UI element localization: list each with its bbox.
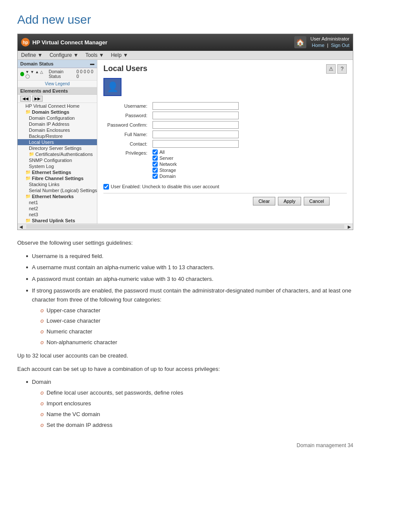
sidebar-title: Domain Status (20, 61, 53, 66)
password-confirm-label: Password Confirm: (103, 120, 151, 130)
username-label: Username: (103, 101, 151, 111)
scroll-right-btn[interactable]: ▶ (346, 224, 353, 229)
sidebar-item-certificates[interactable]: 📁Certificates/Authentications (18, 151, 97, 157)
sidebar-item-backup-restore[interactable]: Backup/Restore (18, 133, 97, 139)
page-title: Add new user (17, 13, 394, 27)
clear-button[interactable]: Clear (253, 197, 275, 205)
domain-sub-1: Define local user accounts, set password… (40, 389, 353, 398)
guideline-3: A password must contain an alpha-numeric… (26, 275, 353, 284)
user-form: Username: Password: Password Confirm: Fu… (103, 101, 347, 180)
privilege-domain-row: Domain (153, 174, 345, 179)
page-footer: Domain management 34 (17, 442, 353, 448)
privilege-storage-label: Storage (159, 168, 176, 173)
sidebar-collapse-icon[interactable]: ▬ (90, 61, 94, 66)
pw-sub-1: Upper-case character (40, 306, 353, 315)
contact-input[interactable] (153, 140, 239, 148)
sidebar-item-ethernet-networks[interactable]: 📁Ethernet Networks (18, 193, 97, 199)
username-input[interactable] (153, 102, 239, 110)
content-area: Local Users ⚠ ? 👤 Username: Password (97, 60, 353, 224)
alert-icon-btn[interactable]: ⚠ (326, 64, 336, 74)
pw-sub-4: Non-alphanumeric character (40, 338, 353, 347)
privilege-all-checkbox[interactable] (153, 149, 158, 155)
password-confirm-input[interactable] (153, 121, 239, 129)
events-controls: ◀◀ ▶▶ (18, 95, 97, 103)
privilege-domain-item: Domain Define local user accounts, set p… (26, 378, 353, 429)
sidebar-item-syslog[interactable]: System Log (18, 163, 97, 169)
content-title: Local Users (103, 64, 147, 73)
guideline-4: If strong passwords are enabled, the pas… (26, 286, 353, 347)
sidebar-item-serial-number[interactable]: Serial Number (Logical) Settings (18, 187, 97, 193)
main-area: Domain Status ▬ ▼ ▼ ▲ △ ◯ Domain Status … (18, 60, 353, 224)
sidebar-item-vc-home[interactable]: HP Virtual Connect Home (18, 103, 97, 109)
elements-events-header: Elements and Events (18, 87, 97, 95)
domain-sub-list: Define local user accounts, set password… (40, 389, 353, 429)
fullname-input[interactable] (153, 131, 239, 138)
sidebar-item-net2[interactable]: net2 (18, 205, 97, 212)
sidebar-item-fc-settings[interactable]: 📁Fibre Channel Settings (18, 175, 97, 181)
privilege-network-checkbox[interactable] (153, 162, 158, 167)
menu-tools[interactable]: Tools ▼ (85, 52, 104, 58)
view-legend-link[interactable]: View Legend (18, 81, 97, 87)
form-divider (103, 193, 347, 193)
menu-help[interactable]: Help ▼ (111, 52, 128, 58)
sidebar-item-domain-settings[interactable]: 📁Domain Settings (18, 109, 97, 115)
para1: Up to 32 local user accounts can be crea… (17, 352, 353, 361)
privilege-server-checkbox[interactable] (153, 156, 158, 161)
sidebar-item-net3[interactable]: net3 (18, 212, 97, 218)
app-window: hp HP Virtual Connect Manager 🏠 User Adm… (17, 34, 353, 230)
privilege-all-label: All (159, 149, 165, 155)
sidebar-item-domain-enclosures[interactable]: Domain Enclosures (18, 127, 97, 133)
hp-logo: hp (21, 38, 30, 47)
sidebar-item-net1[interactable]: net1 (18, 199, 97, 205)
cancel-button[interactable]: Cancel (304, 197, 330, 205)
sidebar-tree: HP Virtual Connect Home 📁Domain Settings… (18, 103, 97, 224)
status-icons-row: ▼ ▼ ▲ △ ◯ (25, 70, 46, 78)
privileges-label: Privileges: (103, 149, 151, 180)
apply-button[interactable]: Apply (278, 197, 301, 205)
scroll-left-btn[interactable]: ◀ (18, 224, 25, 229)
menu-define[interactable]: Define ▼ (21, 52, 43, 58)
pw-sub-2: Lower-case character (40, 317, 353, 326)
guideline-2: A username must contain an alpha-numeric… (26, 263, 353, 272)
signout-link[interactable]: Sign Out (331, 43, 349, 48)
sidebar-item-local-users[interactable]: Local Users (18, 139, 97, 145)
sidebar-item-domain-ip[interactable]: Domain IP Address (18, 121, 97, 127)
password-label: Password: (103, 111, 151, 120)
home-link[interactable]: Home (312, 43, 324, 48)
sidebar-item-stacking-links[interactable]: Stacking Links (18, 181, 97, 187)
app-title: HP Virtual Connect Manager (32, 39, 107, 46)
form-buttons: Clear Apply Cancel (103, 197, 347, 205)
sidebar-item-ethernet-settings[interactable]: 📁Ethernet Settings (18, 169, 97, 175)
content-header: Local Users ⚠ ? (103, 64, 347, 74)
contact-label: Contact: (103, 139, 151, 149)
events-btn-2[interactable]: ▶▶ (32, 96, 43, 102)
intro-text: Observe the following user settings guid… (17, 239, 353, 248)
h-scroll-track[interactable] (26, 224, 344, 229)
status-icon-green (20, 72, 24, 76)
privileges-area: All Server Network (153, 149, 345, 179)
privilege-storage-checkbox[interactable] (153, 168, 158, 173)
user-enabled-checkbox[interactable] (103, 184, 109, 190)
privilege-server-row: Server (153, 156, 345, 161)
sidebar-item-directory-server[interactable]: Directory Server Settings (18, 145, 97, 151)
home-icon[interactable]: 🏠 (294, 36, 306, 48)
sidebar-item-shared-uplink[interactable]: 📁Shared Uplink Sets (18, 218, 97, 224)
password-input[interactable] (153, 112, 239, 119)
guidelines-list: Username is a required field. A username… (26, 252, 353, 347)
help-icon-btn[interactable]: ? (337, 64, 347, 74)
privilege-all-row: All (153, 149, 345, 155)
domain-sub-3: Name the VC domain (40, 410, 353, 419)
menu-configure[interactable]: Configure ▼ (50, 52, 78, 58)
sidebar-item-domain-config[interactable]: Domain Configuration (18, 115, 97, 121)
pw-sub-3: Numeric character (40, 327, 353, 336)
privilege-domain-checkbox[interactable] (153, 174, 158, 179)
user-enabled-row: User Enabled: Uncheck to disable this us… (103, 184, 347, 190)
content-header-icons: ⚠ ? (326, 64, 347, 74)
title-bar-left: hp HP Virtual Connect Manager (21, 38, 107, 47)
sidebar-item-snmp[interactable]: SNMP Configuration (18, 157, 97, 163)
privilege-network-row: Network (153, 162, 345, 167)
guideline-1: Username is a required field. (26, 252, 353, 261)
events-btn-1[interactable]: ◀◀ (20, 96, 31, 102)
body-text: Observe the following user settings guid… (17, 239, 353, 430)
domain-status-bar: ▼ ▼ ▲ △ ◯ Domain Status 0 0 0 0 0 0 (18, 68, 97, 81)
